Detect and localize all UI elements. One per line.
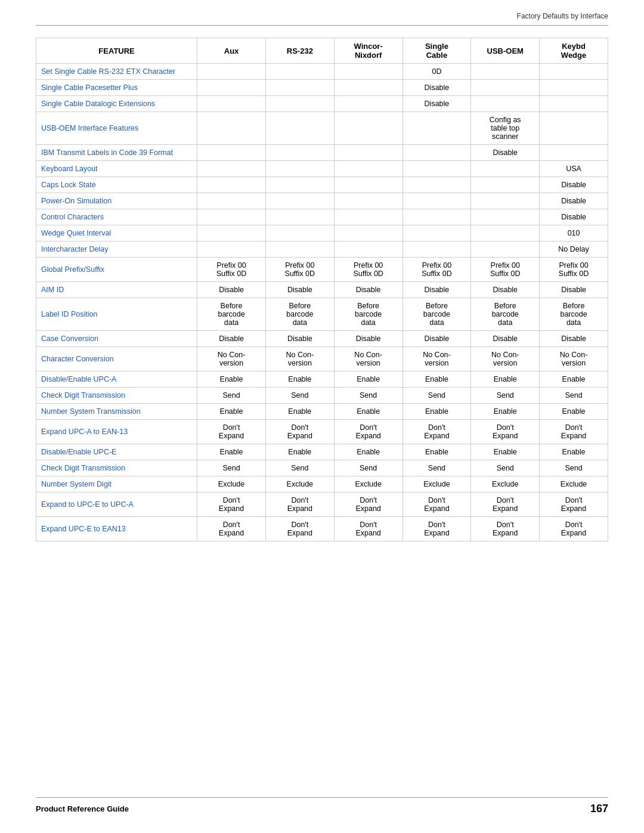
cell-aux: Prefix 00Suffix 0D bbox=[197, 258, 266, 282]
cell-keybd: Send bbox=[540, 460, 608, 476]
feature-link[interactable]: Wedge Quiet Interval bbox=[41, 229, 111, 237]
feature-link[interactable]: Check Digit Transmission bbox=[41, 464, 125, 472]
cell-feature: IBM Transmit Labels in Code 39 Format bbox=[36, 145, 197, 161]
cell-keybd bbox=[540, 64, 608, 80]
cell-keybd bbox=[540, 96, 608, 112]
table-row: Single Cable Pacesetter PlusDisable bbox=[36, 80, 608, 96]
feature-link[interactable]: Single Cable Datalogic Extensions bbox=[41, 100, 155, 108]
feature-link[interactable]: Disable/Enable UPC-A bbox=[41, 375, 116, 383]
table-row: Single Cable Datalogic ExtensionsDisable bbox=[36, 96, 608, 112]
cell-rs232: Enable bbox=[265, 444, 334, 460]
footer-label: Product Reference Guide bbox=[36, 804, 129, 813]
cell-feature: Label ID Position bbox=[36, 298, 197, 331]
col-header-rs232: RS-232 bbox=[265, 38, 334, 64]
cell-aux: Disable bbox=[197, 282, 266, 298]
feature-link[interactable]: USB-OEM Interface Features bbox=[41, 124, 138, 132]
table-row: USB-OEM Interface FeaturesConfig astable… bbox=[36, 112, 608, 145]
cell-wincor: Send bbox=[334, 388, 402, 404]
feature-link[interactable]: Set Single Cable RS-232 ETX Character bbox=[41, 67, 175, 76]
cell-wincor: Send bbox=[334, 460, 402, 476]
cell-keybd: Don'tExpand bbox=[540, 420, 608, 444]
col-header-aux: Aux bbox=[197, 38, 266, 64]
cell-single: Beforebarcodedata bbox=[402, 298, 471, 331]
cell-feature: Expand to UPC-E to UPC-A bbox=[36, 493, 197, 517]
cell-rs232: Prefix 00Suffix 0D bbox=[265, 258, 334, 282]
feature-link[interactable]: Expand to UPC-E to UPC-A bbox=[41, 500, 134, 509]
cell-feature: USB-OEM Interface Features bbox=[36, 112, 197, 145]
col-header-keybd: KeybdWedge bbox=[540, 38, 608, 64]
cell-keybd: Disable bbox=[540, 193, 608, 209]
cell-rs232 bbox=[265, 80, 334, 96]
feature-link[interactable]: Intercharacter Delay bbox=[41, 245, 109, 253]
cell-usboem: Send bbox=[471, 460, 540, 476]
cell-rs232 bbox=[265, 241, 334, 258]
cell-keybd: Enable bbox=[540, 444, 608, 460]
cell-wincor: Exclude bbox=[334, 476, 402, 493]
cell-feature: Caps Lock State bbox=[36, 177, 197, 193]
feature-link[interactable]: Control Characters bbox=[41, 213, 104, 221]
table-row: Caps Lock StateDisable bbox=[36, 177, 608, 193]
cell-wincor bbox=[334, 145, 402, 161]
cell-rs232 bbox=[265, 177, 334, 193]
cell-feature: AIM ID bbox=[36, 282, 197, 298]
cell-rs232: Don'tExpand bbox=[265, 493, 334, 517]
cell-wincor bbox=[334, 209, 402, 225]
cell-usboem: Exclude bbox=[471, 476, 540, 493]
cell-single: Send bbox=[402, 460, 471, 476]
cell-aux bbox=[197, 193, 266, 209]
cell-single: Disable bbox=[402, 331, 471, 347]
cell-feature: Single Cable Datalogic Extensions bbox=[36, 96, 197, 112]
cell-usboem: Don'tExpand bbox=[471, 517, 540, 541]
cell-single: Enable bbox=[402, 371, 471, 388]
cell-aux: No Con-version bbox=[197, 347, 266, 371]
feature-link[interactable]: Power-On Simulation bbox=[41, 197, 112, 205]
cell-wincor bbox=[334, 193, 402, 209]
feature-link[interactable]: Number System Digit bbox=[41, 480, 112, 488]
cell-single: Don'tExpand bbox=[402, 420, 471, 444]
cell-aux bbox=[197, 177, 266, 193]
cell-rs232: Enable bbox=[265, 371, 334, 388]
feature-link[interactable]: Single Cable Pacesetter Plus bbox=[41, 83, 138, 92]
cell-rs232: Enable bbox=[265, 404, 334, 420]
feature-link[interactable]: Number System Transmission bbox=[41, 407, 141, 416]
cell-aux bbox=[197, 64, 266, 80]
cell-rs232: Send bbox=[265, 460, 334, 476]
feature-link[interactable]: IBM Transmit Labels in Code 39 Format bbox=[41, 148, 173, 157]
feature-link[interactable]: AIM ID bbox=[41, 286, 64, 294]
cell-aux: Exclude bbox=[197, 476, 266, 493]
cell-aux bbox=[197, 80, 266, 96]
main-table: FEATURE Aux RS-232 Wincor-Nixdorf Single… bbox=[36, 38, 608, 541]
cell-single: Enable bbox=[402, 404, 471, 420]
feature-link[interactable]: Keyboard Layout bbox=[41, 165, 98, 173]
feature-link[interactable]: Disable/Enable UPC-E bbox=[41, 448, 116, 456]
cell-rs232: Exclude bbox=[265, 476, 334, 493]
cell-rs232: Send bbox=[265, 388, 334, 404]
cell-feature: Wedge Quiet Interval bbox=[36, 225, 197, 241]
cell-single: Prefix 00Suffix 0D bbox=[402, 258, 471, 282]
cell-usboem: Don'tExpand bbox=[471, 493, 540, 517]
feature-link[interactable]: Expand UPC-E to EAN13 bbox=[41, 525, 126, 533]
cell-keybd: No Delay bbox=[540, 241, 608, 258]
cell-single bbox=[402, 193, 471, 209]
cell-feature: Keyboard Layout bbox=[36, 161, 197, 177]
cell-feature: Character Conversion bbox=[36, 347, 197, 371]
col-header-wincor: Wincor-Nixdorf bbox=[334, 38, 402, 64]
cell-wincor: Don'tExpand bbox=[334, 420, 402, 444]
feature-link[interactable]: Check Digit Transmission bbox=[41, 391, 125, 400]
cell-aux: Enable bbox=[197, 404, 266, 420]
feature-link[interactable]: Global Prefix/Suffix bbox=[41, 265, 104, 274]
feature-link[interactable]: Label ID Position bbox=[41, 310, 98, 318]
table-row: Check Digit TransmissionSendSendSendSend… bbox=[36, 388, 608, 404]
table-row: IBM Transmit Labels in Code 39 FormatDis… bbox=[36, 145, 608, 161]
feature-link[interactable]: Case Conversion bbox=[41, 335, 98, 343]
feature-link[interactable]: Expand UPC-A to EAN-13 bbox=[41, 428, 128, 436]
table-row: Keyboard LayoutUSA bbox=[36, 161, 608, 177]
cell-usboem: Beforebarcodedata bbox=[471, 298, 540, 331]
cell-single bbox=[402, 177, 471, 193]
feature-link[interactable]: Caps Lock State bbox=[41, 181, 96, 189]
cell-usboem: Disable bbox=[471, 282, 540, 298]
cell-keybd: Send bbox=[540, 388, 608, 404]
page-footer: Product Reference Guide 167 bbox=[36, 797, 608, 815]
cell-wincor: Don'tExpand bbox=[334, 517, 402, 541]
feature-link[interactable]: Character Conversion bbox=[41, 355, 114, 363]
